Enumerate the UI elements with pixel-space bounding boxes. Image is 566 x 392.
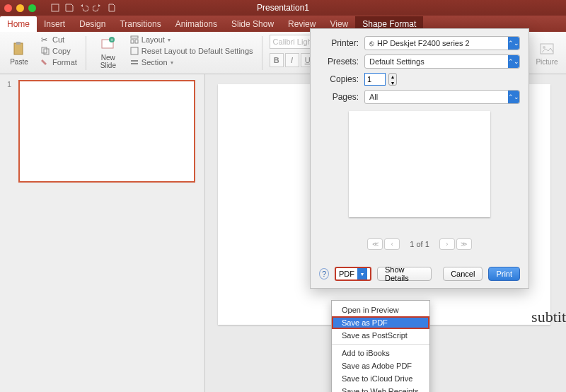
pages-label: Pages: bbox=[319, 92, 359, 102]
layout-icon bbox=[130, 35, 139, 44]
cut-button[interactable]: ✂Cut bbox=[40, 35, 79, 45]
slide-thumbnail-pane[interactable]: 1 bbox=[0, 74, 205, 392]
svg-point-15 bbox=[543, 46, 545, 49]
print-button[interactable]: Print bbox=[488, 267, 520, 281]
prev-page-button[interactable]: ‹ bbox=[384, 238, 400, 250]
cancel-button[interactable]: Cancel bbox=[443, 267, 483, 281]
slide-thumbnail[interactable] bbox=[18, 80, 195, 183]
svg-rect-8 bbox=[131, 36, 138, 38]
svg-rect-12 bbox=[131, 60, 138, 62]
copies-label: Copies: bbox=[319, 74, 359, 84]
presets-label: Presets: bbox=[319, 57, 359, 67]
svg-rect-11 bbox=[131, 47, 138, 54]
chevron-updown-icon: ⌃⌄ bbox=[508, 91, 519, 103]
new-slide-label: New Slide bbox=[100, 54, 116, 69]
paste-label: Paste bbox=[10, 58, 28, 66]
format-painter-button[interactable]: Format bbox=[40, 57, 79, 67]
copy-button[interactable]: Copy bbox=[40, 46, 79, 56]
svg-rect-13 bbox=[131, 63, 138, 64]
print-preview bbox=[349, 111, 490, 217]
brush-icon bbox=[41, 58, 50, 67]
pages-select[interactable]: All⌃⌄ bbox=[364, 90, 520, 104]
picture-button[interactable]: Picture bbox=[532, 35, 562, 71]
tab-transitions[interactable]: Transitions bbox=[112, 16, 168, 32]
new-slide-icon: + bbox=[100, 37, 116, 52]
first-page-button[interactable]: ≪ bbox=[367, 238, 383, 250]
page-navigator: ≪‹ 1 of 1 ›≫ bbox=[319, 238, 520, 250]
chevron-down-icon: ▾ bbox=[171, 59, 173, 66]
new-slide-button[interactable]: + New Slide bbox=[93, 35, 123, 71]
thumbnail-row: 1 bbox=[7, 80, 197, 183]
svg-rect-9 bbox=[131, 40, 134, 43]
svg-rect-1 bbox=[14, 43, 23, 54]
copy-icon bbox=[41, 47, 50, 55]
printer-select[interactable]: ⎋HP Deskjet F2400 series 2⌃⌄ bbox=[364, 36, 520, 50]
chevron-updown-icon: ⌃⌄ bbox=[508, 55, 519, 68]
chevron-updown-icon: ⌃⌄ bbox=[508, 37, 519, 50]
menu-separator bbox=[332, 344, 429, 345]
scissors-icon: ✂ bbox=[41, 35, 50, 44]
paste-icon bbox=[11, 41, 27, 57]
slide-number: 1 bbox=[7, 80, 14, 183]
menu-open-preview[interactable]: Open in Preview bbox=[332, 304, 429, 316]
picture-icon bbox=[539, 41, 555, 57]
subtitle-placeholder[interactable]: subtit bbox=[531, 308, 566, 326]
pdf-dropdown-menu: Open in Preview Save as PDF Save as Post… bbox=[331, 300, 430, 392]
help-button[interactable]: ? bbox=[319, 268, 329, 279]
paste-button[interactable]: Paste bbox=[4, 35, 34, 71]
chevron-down-icon: ▾ bbox=[357, 268, 367, 279]
divider bbox=[262, 36, 262, 70]
chevron-down-icon: ▾ bbox=[168, 37, 171, 43]
menu-save-as-pdf[interactable]: Save as PDF bbox=[332, 316, 429, 329]
page-indicator: 1 of 1 bbox=[410, 240, 429, 248]
last-page-button[interactable]: ≫ bbox=[456, 238, 472, 250]
reset-icon bbox=[130, 47, 139, 55]
svg-text:+: + bbox=[110, 37, 114, 43]
print-dialog: Printer: ⎋HP Deskjet F2400 series 2⌃⌄ Pr… bbox=[310, 28, 529, 289]
svg-rect-2 bbox=[16, 42, 21, 45]
title-bar: Presentation1 bbox=[0, 0, 566, 16]
presets-select[interactable]: Default Settings⌃⌄ bbox=[364, 54, 520, 69]
divider bbox=[86, 36, 86, 70]
menu-save-postscript[interactable]: Save as PostScript bbox=[332, 329, 429, 342]
bold-button[interactable]: B bbox=[270, 53, 284, 67]
tab-animations[interactable]: Animations bbox=[168, 16, 224, 32]
italic-button[interactable]: I bbox=[285, 53, 299, 67]
section-button[interactable]: Section▾ bbox=[129, 57, 255, 67]
printer-icon: ⎋ bbox=[369, 39, 374, 47]
pdf-menu-button[interactable]: PDF▾ bbox=[335, 267, 371, 281]
next-page-button[interactable]: › bbox=[439, 238, 455, 250]
show-details-button[interactable]: Show Details bbox=[377, 267, 432, 281]
menu-save-web[interactable]: Save to Web Receipts bbox=[332, 385, 429, 392]
tab-slideshow[interactable]: Slide Show bbox=[224, 16, 281, 32]
menu-save-adobe[interactable]: Save as Adobe PDF bbox=[332, 359, 429, 372]
document-title: Presentation1 bbox=[0, 3, 566, 13]
svg-rect-10 bbox=[135, 40, 138, 43]
menu-add-ibooks[interactable]: Add to iBooks bbox=[332, 347, 429, 359]
tab-design[interactable]: Design bbox=[72, 16, 112, 32]
section-icon bbox=[130, 58, 139, 67]
copies-input[interactable] bbox=[364, 73, 386, 86]
tab-insert[interactable]: Insert bbox=[37, 16, 72, 32]
reset-layout-button[interactable]: Reset Layout to Default Settings bbox=[129, 46, 255, 56]
copies-stepper[interactable]: ▴▾ bbox=[388, 73, 397, 86]
tab-home[interactable]: Home bbox=[0, 16, 37, 32]
menu-save-icloud[interactable]: Save to iCloud Drive bbox=[332, 372, 429, 385]
picture-label: Picture bbox=[536, 58, 558, 66]
layout-button[interactable]: Layout▾ bbox=[129, 35, 255, 45]
printer-label: Printer: bbox=[319, 38, 359, 48]
